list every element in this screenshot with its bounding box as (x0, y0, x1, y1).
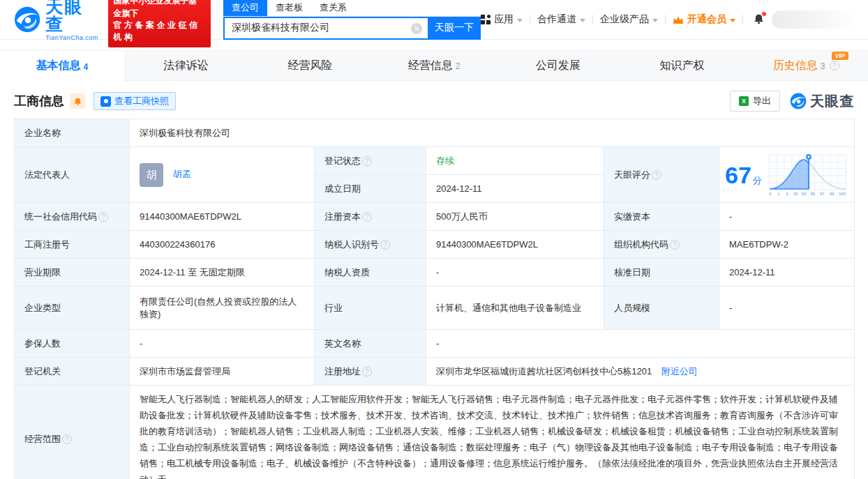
help-icon[interactable]: ? (652, 170, 661, 180)
field-value-business-term: 2024-12-11 至 无固定期限 (130, 259, 315, 287)
field-label-industry: 行业 (315, 287, 426, 330)
search-tab-boss[interactable]: 查老板 (267, 0, 311, 16)
help-icon[interactable]: ? (830, 61, 839, 70)
field-value-org-code: MAE6TDPW-2 (719, 231, 855, 259)
monitor-bell-icon[interactable] (70, 93, 85, 109)
field-value-taxpayer-id: 91440300MAE6TDPW2L (426, 231, 604, 259)
svg-text:97: 97 (819, 192, 824, 196)
svg-text:15: 15 (793, 192, 798, 196)
nearby-companies-link[interactable]: 附近公司 (661, 366, 698, 377)
field-value-reg-status: 存续 (426, 147, 604, 175)
tianyancha-logo[interactable]: 天眼查 TianYanCha.com (14, 0, 100, 41)
table-row: 经营范围? 智能无人飞行器制造；智能机器人的研发；人工智能应用软件开发；智能无人… (15, 386, 855, 479)
export-button[interactable]: X 导出 (730, 91, 780, 112)
help-icon[interactable]: ? (62, 434, 72, 444)
excel-icon: X (739, 96, 749, 106)
camera-icon (100, 96, 111, 107)
notification-bell-icon[interactable] (753, 13, 765, 26)
divider (592, 15, 593, 24)
tab-count: 4 (84, 62, 89, 72)
search-tab-company[interactable]: 查公司 (223, 0, 267, 16)
tianyancha-logo-icon (14, 6, 40, 33)
tab-company-development[interactable]: 公司发展 (496, 51, 620, 81)
field-value-paid-capital: - (719, 203, 855, 231)
tianyancha-watermark-icon (790, 93, 807, 109)
export-button-label: 导出 (753, 95, 771, 107)
field-label-reg-number: 工商注册号 (15, 231, 130, 259)
clear-search-icon[interactable]: ✕ (411, 23, 422, 34)
watermark-text: 天眼查 (810, 92, 854, 111)
help-icon[interactable]: ? (362, 367, 372, 377)
badge-line2: 官方备案企业征信机构 (114, 20, 205, 44)
nav-apps-label: 应用 (494, 13, 514, 26)
field-value-reg-authority: 深圳市市场监督管理局 (130, 358, 315, 386)
chevron-down-icon (730, 19, 735, 22)
search-tab-relation[interactable]: 查关系 (311, 0, 355, 16)
field-label-business-term: 营业期限 (15, 259, 130, 287)
legal-rep-link[interactable]: 胡孟 (173, 169, 191, 179)
field-value-establish-date: 2024-12-11 (426, 175, 604, 203)
company-detail-tabs: 基本信息 4 法律诉讼 经营风险 经营信息 2 公司发展 知识产权 VIP 历史… (0, 50, 868, 81)
field-label-reg-address: 注册地址? (315, 358, 426, 386)
business-info-table: 企业名称 深圳极雀科技有限公司 法定代表人 胡 胡孟 登记状态? 存续 天眼评分… (14, 119, 855, 479)
svg-text:85: 85 (810, 192, 815, 196)
search-input[interactable] (223, 17, 428, 40)
tab-history-info[interactable]: VIP 历史信息 3 ? (744, 51, 868, 81)
field-label-reg-status: 登记状态? (315, 147, 426, 175)
certification-badge: 国家中小企业发展子基金旗下 官方备案企业征信机构 (108, 0, 211, 47)
user-account-blurred[interactable] (772, 10, 855, 29)
nav-cooperation[interactable]: 合作通道 (537, 13, 585, 26)
nav-cooperation-label: 合作通道 (537, 13, 576, 26)
field-label-legal-rep: 法定代表人 (15, 147, 130, 203)
field-value-staff-size: - (719, 287, 855, 330)
field-label-reg-capital: 注册资本? (315, 203, 426, 231)
logo-subtext: TianYanCha.com (45, 35, 99, 41)
field-label-staff-size: 人员规模 (604, 287, 719, 330)
tab-legal-litigation[interactable]: 法律诉讼 (124, 51, 248, 81)
help-icon[interactable]: ? (98, 212, 108, 222)
divider (665, 15, 666, 24)
search-area: 查公司 查老板 查关系 ✕ 天眼一下 (223, 0, 481, 40)
divider (530, 15, 530, 24)
svg-text:50: 50 (801, 192, 806, 196)
svg-text:0: 0 (769, 192, 772, 196)
table-row: 企业类型 有限责任公司(自然人投资或控股的法人独资) 行业 计算机、通信和其他电… (15, 287, 855, 330)
tab-intellectual-property[interactable]: 知识产权 (620, 51, 744, 81)
nav-enterprise-products[interactable]: 企业级产品 (600, 13, 658, 26)
tab-operation-risk[interactable]: 经营风险 (248, 51, 372, 81)
top-navigation: 应用 合作通道 企业级产品 开通会员 (481, 10, 855, 29)
field-label-taxpayer-id: 纳税人识别号? (315, 231, 426, 259)
help-icon[interactable]: ? (380, 240, 390, 250)
help-icon[interactable]: ? (670, 240, 680, 250)
field-value-reg-number: 440300224360176 (130, 231, 315, 259)
nav-apps[interactable]: 应用 (481, 13, 523, 26)
business-info-table-wrap: 企业名称 深圳极雀科技有限公司 法定代表人 胡 胡孟 登记状态? 存续 天眼评分… (0, 119, 868, 479)
tab-basic-info[interactable]: 基本信息 4 (0, 51, 124, 81)
help-icon[interactable]: ? (362, 156, 372, 166)
field-label-insured-count: 参保人数 (15, 330, 130, 358)
field-label-company-name: 企业名称 (15, 119, 130, 147)
field-value-approval-date: 2024-12-11 (719, 259, 855, 287)
legal-rep-avatar[interactable]: 胡 (140, 163, 163, 187)
tab-label: 基本信息 (36, 59, 81, 73)
field-label-business-scope: 经营范围? (15, 386, 130, 479)
nav-vip-label: 开通会员 (687, 13, 726, 26)
table-row: 统一社会信用代码? 91440300MAE6TDPW2L 注册资本? 500万人… (15, 203, 855, 231)
nav-open-vip[interactable]: 开通会员 (673, 13, 735, 26)
field-value-score: 67分 (719, 147, 855, 203)
table-row: 法定代表人 胡 胡孟 登记状态? 存续 天眼评分? 67分 (15, 147, 855, 175)
tab-business-info[interactable]: 经营信息 2 (372, 51, 496, 81)
score-number: 67 (725, 162, 751, 188)
vip-badge: VIP (832, 52, 849, 60)
view-snapshot-button[interactable]: 查看工商快照 (93, 92, 176, 110)
field-value-insured-count: - (130, 330, 315, 358)
search-button[interactable]: 天眼一下 (428, 17, 481, 40)
tab-label: 经营信息 (408, 59, 453, 73)
field-label-credit-code: 统一社会信用代码? (15, 203, 130, 231)
field-label-taxpayer-quality: 纳税人资质 (315, 259, 426, 287)
field-label-company-type: 企业类型 (15, 287, 130, 330)
apps-grid-icon (481, 15, 491, 24)
svg-text:3: 3 (786, 192, 788, 196)
help-icon[interactable]: ? (362, 212, 372, 222)
field-value-credit-code: 91440300MAE6TDPW2L (130, 203, 315, 231)
